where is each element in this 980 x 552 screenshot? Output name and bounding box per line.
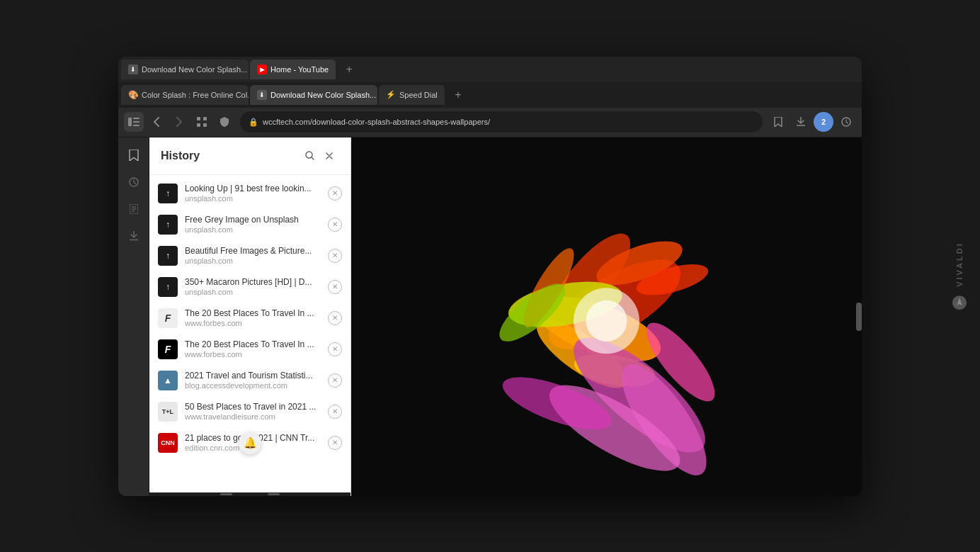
history-item-title: Free Grey Image on Unsplash — [185, 215, 321, 225]
history-item[interactable]: ↑ Beautiful Free Images & Picture... uns… — [149, 240, 351, 271]
history-sidebar-icon[interactable] — [123, 171, 144, 193]
history-remove-btn[interactable]: ✕ — [328, 342, 342, 356]
tab-bar-second: 🎨 Color Splash : Free Online Col... ⬇ Do… — [118, 82, 862, 108]
history-favicon: T+L — [158, 402, 178, 422]
bookmark-sidebar-icon[interactable] — [123, 145, 144, 166]
history-favicon: ↑ — [158, 215, 178, 235]
history-list: ↑ Looking Up | 91 best free lookin... un… — [149, 175, 351, 492]
history-remove-btn[interactable]: ✕ — [328, 436, 342, 450]
vivaldi-text: VIVALDI — [955, 242, 964, 287]
back-btn[interactable] — [147, 112, 166, 132]
address-text: wccftech.com/download-color-splash-abstr… — [263, 118, 490, 126]
history-item-domain: unsplash.com — [185, 225, 321, 234]
history-favicon: F — [158, 308, 178, 328]
page-content — [351, 137, 862, 496]
tab-label-4: Download New Color Splash... — [270, 91, 376, 99]
tab-row1-2[interactable]: ▶ Home - YouTube — [250, 60, 336, 79]
history-title: History — [161, 150, 300, 162]
history-favicon: ↑ — [158, 277, 178, 297]
tab-favicon-3: 🎨 — [128, 90, 138, 100]
history-info: 350+ Macaron Pictures [HD] | D... unspla… — [185, 277, 321, 296]
download-sidebar-icon[interactable] — [123, 225, 144, 247]
history-favicon: CNN — [158, 433, 178, 453]
history-remove-btn[interactable]: ✕ — [328, 218, 342, 232]
tab-add-btn-2[interactable]: + — [449, 86, 467, 104]
address-bar[interactable]: 🔒 wccftech.com/download-color-splash-abs… — [240, 111, 763, 133]
svg-rect-5 — [203, 117, 207, 120]
history-item-domain: blog.accessdevelopment.com — [185, 381, 321, 390]
tab-label-1: Download New Color Splash... — [142, 65, 247, 74]
tab-label-5: Speed Dial — [399, 91, 438, 99]
history-item-title: 2021 Travel and Tourism Statisti... — [185, 371, 321, 381]
history-info: The 20 Best Places To Travel In ... www.… — [185, 339, 321, 359]
history-item-title: 350+ Macaron Pictures [HD] | D... — [185, 277, 321, 287]
sidebar-toggle-btn[interactable] — [124, 112, 144, 132]
scroll-handle[interactable] — [856, 303, 862, 331]
browser-window: ⬇ Download New Color Splash... ✕ ▶ Home … — [118, 57, 862, 496]
lock-icon: 🔒 — [249, 118, 258, 127]
history-item-domain: unsplash.com — [185, 288, 321, 296]
history-remove-btn[interactable]: ✕ — [328, 249, 342, 263]
tab-label-2: Home - YouTube — [270, 65, 329, 74]
vivaldi-menu-btn[interactable] — [836, 112, 856, 132]
scrollbar-thumb — [220, 493, 232, 495]
apps-btn[interactable] — [192, 112, 212, 132]
history-item-title: Looking Up | 91 best free lookin... — [185, 184, 321, 193]
history-item[interactable]: F The 20 Best Places To Travel In ... ww… — [149, 303, 351, 334]
svg-rect-0 — [128, 118, 132, 126]
history-item[interactable]: ↑ Looking Up | 91 best free lookin... un… — [149, 178, 351, 209]
history-item[interactable]: ▲ 2021 Travel and Tourism Statisti... bl… — [149, 365, 351, 396]
sidebar-icons — [118, 137, 149, 496]
tab-bar-top: ⬇ Download New Color Splash... ✕ ▶ Home … — [118, 57, 862, 82]
account-btn[interactable]: 2 — [814, 112, 833, 132]
history-item-domain: unsplash.com — [185, 194, 321, 203]
history-favicon: ▲ — [158, 371, 178, 390]
vivaldi-logo-icon — [952, 295, 967, 310]
history-header: History — [149, 137, 351, 175]
vivaldi-brand: VIVALDI — [952, 242, 967, 311]
history-remove-btn[interactable]: ✕ — [328, 186, 342, 201]
history-info: Beautiful Free Images & Picture... unspl… — [185, 246, 321, 265]
main-content: History ↑ Look — [118, 137, 862, 496]
history-close-btn[interactable] — [319, 146, 339, 166]
history-item[interactable]: T+L 50 Best Places to Travel in 2021 ...… — [149, 396, 351, 427]
history-item-domain: www.forbes.com — [185, 350, 321, 359]
svg-rect-7 — [203, 123, 207, 127]
history-item-title: The 20 Best Places To Travel In ... — [185, 339, 321, 349]
download-btn[interactable] — [791, 112, 811, 132]
history-favicon: ↑ — [158, 184, 178, 203]
history-info: 2021 Travel and Tourism Statisti... blog… — [185, 371, 321, 390]
history-info: 50 Best Places to Travel in 2021 ... www… — [185, 402, 321, 421]
history-item-domain: unsplash.com — [185, 257, 321, 265]
svg-rect-6 — [197, 123, 200, 127]
history-item-title: Beautiful Free Images & Picture... — [185, 246, 321, 256]
tab-row2-1[interactable]: 🎨 Color Splash : Free Online Col... — [121, 85, 249, 105]
history-item[interactable]: ↑ 350+ Macaron Pictures [HD] | D... unsp… — [149, 271, 351, 303]
history-scrollbar — [149, 492, 351, 496]
history-item[interactable]: F The 20 Best Places To Travel In ... ww… — [149, 334, 351, 365]
scrollbar-thumb — [268, 493, 280, 495]
notes-sidebar-icon[interactable] — [123, 198, 144, 220]
history-item[interactable]: ↑ Free Grey Image on Unsplash unsplash.c… — [149, 209, 351, 240]
bell-btn[interactable]: 🔔 — [239, 432, 261, 454]
tab-row2-3[interactable]: ⚡ Speed Dial — [379, 85, 445, 105]
history-remove-btn[interactable]: ✕ — [328, 311, 342, 325]
tab-add-btn-1[interactable]: + — [340, 60, 358, 79]
history-favicon: ↑ — [158, 246, 178, 266]
shield-btn[interactable] — [215, 112, 234, 132]
history-remove-btn[interactable]: ✕ — [328, 280, 342, 294]
history-item-title: 50 Best Places to Travel in 2021 ... — [185, 402, 321, 412]
history-search-btn[interactable] — [300, 146, 319, 166]
history-item[interactable]: CNN 21 places to go in 2021 | CNN Tr... … — [149, 427, 351, 458]
history-remove-btn[interactable]: ✕ — [328, 405, 342, 419]
tab-row1-1[interactable]: ⬇ Download New Color Splash... ✕ — [121, 60, 249, 79]
bookmark-btn[interactable] — [768, 112, 788, 132]
history-remove-btn[interactable]: ✕ — [328, 373, 342, 388]
tab-favicon-4: ⬇ — [257, 90, 267, 100]
tab-row2-2[interactable]: ⬇ Download New Color Splash... ✕ — [250, 85, 377, 105]
svg-rect-1 — [133, 118, 139, 119]
tab-favicon-1: ⬇ — [128, 64, 138, 74]
history-item-domain: www.travelandleisure.com — [185, 412, 321, 421]
history-favicon: F — [158, 339, 178, 359]
forward-btn[interactable] — [169, 112, 189, 132]
